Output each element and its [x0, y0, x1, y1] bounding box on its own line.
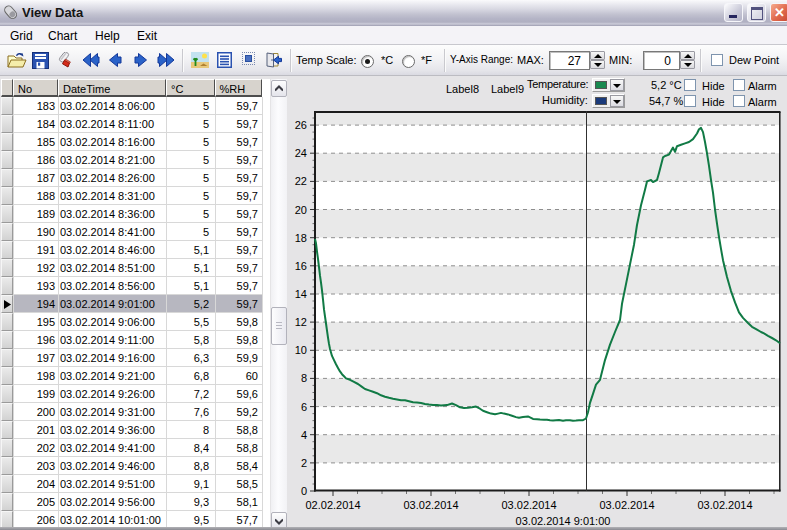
svg-text:4: 4	[301, 429, 307, 441]
svg-text:16: 16	[295, 260, 307, 272]
svg-text:6: 6	[301, 401, 307, 413]
svg-text:03.02.2014: 03.02.2014	[403, 499, 458, 511]
svg-text:20: 20	[295, 204, 307, 216]
svg-text:02.02.2014: 02.02.2014	[305, 499, 360, 511]
svg-text:10: 10	[295, 344, 307, 356]
svg-text:24: 24	[295, 147, 307, 159]
svg-text:03.02.2014 9:01:00: 03.02.2014 9:01:00	[516, 515, 611, 527]
svg-text:03.02.2014: 03.02.2014	[599, 499, 654, 511]
svg-text:03.02.2014: 03.02.2014	[697, 499, 752, 511]
svg-text:18: 18	[295, 232, 307, 244]
svg-text:26: 26	[295, 119, 307, 131]
svg-text:2: 2	[301, 457, 307, 469]
svg-text:03.02.2014: 03.02.2014	[501, 499, 556, 511]
svg-text:12: 12	[295, 316, 307, 328]
svg-text:14: 14	[295, 288, 307, 300]
svg-text:0: 0	[301, 485, 307, 497]
svg-text:8: 8	[301, 372, 307, 384]
svg-text:22: 22	[295, 175, 307, 187]
